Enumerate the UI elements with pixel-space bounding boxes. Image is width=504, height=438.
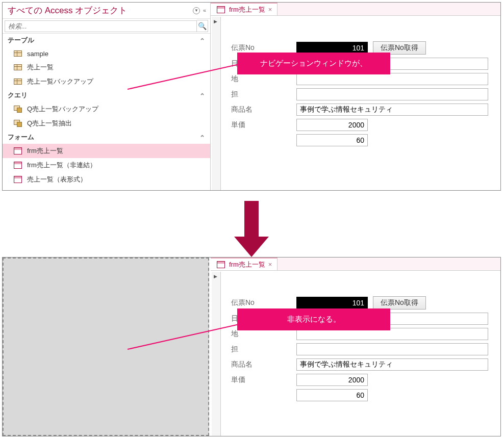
tab-label: frm売上一覧 [229, 5, 265, 14]
form-icon [13, 175, 23, 184]
form-icon [13, 147, 23, 155]
nav-item-query[interactable]: Q売上一覧抽出 [3, 116, 210, 131]
screenshot-before: すべての Access オブジェクト ▼ « 🔍 テーブル ⌄ sample 売… [2, 2, 501, 191]
nav-group-tables[interactable]: テーブル ⌄ [3, 34, 210, 47]
collapse-icon: ⌄ [199, 134, 205, 141]
form-icon [216, 261, 226, 269]
label-shohin: 商品名 [231, 105, 296, 114]
nav-item-form[interactable]: frm売上一覧（非連結） [3, 158, 210, 172]
label-tan: 担 [231, 90, 296, 99]
collapse-icon: ⌄ [199, 92, 205, 99]
table-icon [13, 63, 23, 71]
input-shohin[interactable] [296, 358, 488, 371]
nav-group-queries[interactable]: クエリ ⌄ [3, 89, 210, 102]
label-chi: 地 [231, 329, 296, 339]
search-input[interactable] [5, 20, 197, 32]
callout-top: ナビゲーションウィンドウが、 [237, 53, 390, 74]
table-icon [13, 49, 23, 58]
input-shohin[interactable] [296, 104, 488, 116]
navigation-pane[interactable]: すべての Access オブジェクト ▼ « 🔍 テーブル ⌄ sample 売… [3, 3, 211, 190]
nav-item-form[interactable]: 売上一覧（表形式） [3, 172, 210, 187]
nav-search-row: 🔍 [3, 19, 210, 34]
tab-active[interactable]: frm売上一覧 × [211, 3, 278, 15]
nav-title: すべての Access オブジェクト [8, 5, 193, 16]
nav-item-query[interactable]: Q売上一覧バックアップ [3, 102, 210, 116]
collapse-icon: ⌄ [199, 37, 205, 44]
tab-active[interactable]: frm売上一覧 × [211, 257, 278, 270]
label-shohin: 商品名 [231, 360, 296, 369]
search-icon[interactable]: 🔍 [197, 20, 208, 32]
input-tanka[interactable] [296, 374, 368, 386]
nav-group-forms[interactable]: フォーム ⌄ [3, 131, 210, 144]
input-field[interactable] [296, 343, 488, 355]
form-icon [13, 161, 23, 169]
nav-item-table[interactable]: sample [3, 47, 210, 60]
query-icon [13, 105, 23, 113]
input-qty[interactable] [296, 389, 368, 401]
nav-item-form[interactable]: frm売上一覧 [3, 144, 210, 158]
tab-bar: frm売上一覧 × [211, 3, 500, 16]
label-denpyo: 伝票No [231, 43, 296, 53]
label-tan: 担 [231, 345, 296, 354]
transition-arrow [2, 201, 501, 257]
label-tanka: 単価 [231, 375, 296, 384]
form-area: frm売上一覧 × 伝票No伝票No取得 日 地 担 商品名 単価 [211, 3, 500, 190]
nav-dropdown-icon[interactable]: ▼ [193, 7, 200, 14]
record-selector[interactable] [212, 17, 221, 190]
screenshot-after: frm売上一覧 × 伝票No伝票No取得 日 地 担 商品名 単価 非表示になる… [2, 257, 501, 436]
label-tanka: 単価 [231, 120, 296, 130]
query-icon [13, 119, 23, 127]
input-field[interactable] [296, 73, 488, 85]
nav-item-table[interactable]: 売上一覧 [3, 60, 210, 74]
input-tanka[interactable] [296, 119, 368, 131]
close-icon[interactable]: × [268, 261, 272, 268]
tab-label: frm売上一覧 [229, 260, 265, 269]
close-icon[interactable]: × [268, 6, 272, 13]
input-qty[interactable] [296, 134, 368, 146]
form-icon [216, 6, 226, 14]
label-denpyo: 伝票No [231, 298, 296, 307]
input-denpyo[interactable] [296, 297, 368, 309]
navigation-pane-hidden [3, 257, 209, 436]
form-body: 伝票No伝票No取得 日 地 担 商品名 単価 [211, 16, 500, 190]
record-selector[interactable] [212, 272, 221, 436]
get-denpyo-button[interactable]: 伝票No取得 [373, 296, 426, 310]
nav-title-row: すべての Access オブジェクト ▼ « [3, 3, 210, 19]
form-body: 伝票No伝票No取得 日 地 担 商品名 単価 [211, 271, 500, 436]
label-chi: 地 [231, 74, 296, 84]
callout-bottom: 非表示になる。 [237, 308, 390, 330]
nav-item-table[interactable]: 売上一覧バックアップ [3, 74, 210, 89]
input-field[interactable] [296, 88, 488, 100]
form-area: frm売上一覧 × 伝票No伝票No取得 日 地 担 商品名 単価 [211, 257, 500, 436]
nav-collapse-icon[interactable]: « [203, 7, 206, 14]
tab-bar: frm売上一覧 × [211, 257, 500, 271]
table-icon [13, 78, 23, 86]
